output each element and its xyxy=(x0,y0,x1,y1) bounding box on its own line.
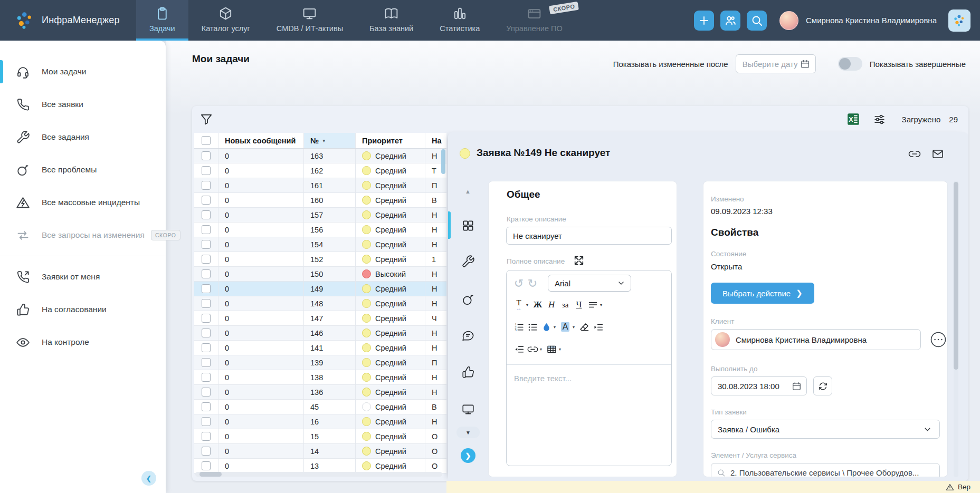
clear-format-button[interactable] xyxy=(577,319,591,335)
due-date-input[interactable]: 30.08.2023 18:00 xyxy=(711,376,807,395)
row-checkbox[interactable] xyxy=(202,432,211,441)
row-checkbox[interactable] xyxy=(202,461,211,470)
caret-icon[interactable]: ▾ xyxy=(559,347,561,352)
app-switcher-button[interactable] xyxy=(948,9,971,32)
table-row[interactable]: 0136СреднийН xyxy=(194,385,446,400)
sidebar-item-3[interactable]: Все задания xyxy=(0,121,166,153)
table-row[interactable]: 045СреднийВ xyxy=(194,400,446,414)
nav-item-5[interactable]: Статистика xyxy=(426,0,493,41)
short-desc-input[interactable]: Не сканирует xyxy=(506,227,672,245)
undo-button[interactable]: ↺ xyxy=(512,275,526,291)
font-family-select[interactable]: Arial xyxy=(548,275,631,292)
row-checkbox[interactable] xyxy=(202,225,211,234)
scrollbar-thumb[interactable] xyxy=(954,182,958,370)
caret-icon[interactable]: ▾ xyxy=(573,325,575,330)
tabs-scroll-down-button[interactable]: ▼ xyxy=(456,427,480,438)
table-row[interactable]: 0148СреднийН xyxy=(194,296,446,311)
table-row[interactable]: 015СреднийО xyxy=(194,429,446,444)
indent-button[interactable] xyxy=(591,319,605,335)
align-button[interactable] xyxy=(586,297,600,313)
request-type-select[interactable]: Заявка / Ошибка xyxy=(711,420,940,439)
table-row[interactable]: 0163СреднийН xyxy=(194,149,446,163)
user-avatar[interactable] xyxy=(779,11,798,30)
outdent-button[interactable] xyxy=(512,341,526,357)
row-checkbox[interactable] xyxy=(202,314,211,323)
scrollbar-thumb[interactable] xyxy=(199,472,222,477)
table-row[interactable]: 0149СреднийН xyxy=(194,282,446,296)
tab-approvals[interactable] xyxy=(461,365,475,379)
nav-item-6[interactable]: Управление ПОСКОРО xyxy=(493,0,575,41)
table-row[interactable]: 0156СреднийН xyxy=(194,223,446,237)
select-all-checkbox[interactable] xyxy=(202,136,211,145)
table-row[interactable]: 0162СреднийТ xyxy=(194,163,446,178)
client-more-button[interactable] xyxy=(929,331,947,349)
table-row[interactable]: 014СреднийО xyxy=(194,444,446,459)
row-checkbox[interactable] xyxy=(202,373,211,382)
table-row[interactable]: 0147СреднийЧ xyxy=(194,311,446,326)
client-field[interactable]: Смирнова Кристина Владимировна xyxy=(711,329,921,350)
app-logo[interactable]: ИнфраМенеджер xyxy=(0,11,136,31)
filter-funnel-button[interactable] xyxy=(199,111,215,127)
insert-table-button[interactable] xyxy=(545,341,558,357)
caret-icon[interactable]: ▾ xyxy=(526,303,528,307)
sidebar-item-8[interactable]: На согласовании xyxy=(0,293,166,326)
tab-assets[interactable] xyxy=(461,402,475,416)
nav-item-4[interactable]: База знаний xyxy=(356,0,426,41)
search-button[interactable] xyxy=(747,11,767,31)
column-header-number[interactable]: №▾ xyxy=(304,133,356,148)
show-completed-toggle[interactable] xyxy=(838,57,862,71)
tab-general[interactable] xyxy=(461,219,475,233)
table-row[interactable]: 0154СреднийН xyxy=(194,237,446,252)
caret-icon[interactable]: ▾ xyxy=(600,303,602,307)
tab-comments[interactable] xyxy=(461,328,475,342)
editor-placeholder[interactable]: Введите текст... xyxy=(514,374,572,383)
row-checkbox[interactable] xyxy=(202,447,211,456)
caret-icon[interactable]: ▾ xyxy=(540,347,542,352)
recalc-due-button[interactable] xyxy=(813,376,832,395)
row-checkbox[interactable] xyxy=(202,284,211,293)
table-row[interactable]: 013СреднийО xyxy=(194,459,446,473)
caret-icon[interactable]: ▾ xyxy=(554,325,556,330)
row-checkbox[interactable] xyxy=(202,299,211,308)
nav-item-1[interactable]: Задачи xyxy=(136,0,188,41)
table-row[interactable]: 0152Средний1 xyxy=(194,252,446,267)
sidebar-item-6[interactable]: Все запросы на измененияСКОРО xyxy=(0,219,166,252)
nav-item-2[interactable]: Каталог услуг xyxy=(188,0,263,41)
table-horizontal-scrollbar[interactable] xyxy=(195,472,442,477)
sidebar-collapse-button[interactable]: ❮ xyxy=(141,471,156,486)
table-row[interactable]: 0150ВысокийН xyxy=(194,267,446,282)
row-checkbox[interactable] xyxy=(202,166,211,175)
service-element-input[interactable]: 2. Пользовательские сервисы \ Прочее Обо… xyxy=(711,463,940,477)
italic-button[interactable]: Н xyxy=(545,297,558,313)
column-header-messages[interactable]: Новых сообщений xyxy=(218,133,304,148)
send-email-button[interactable] xyxy=(931,147,945,161)
panel-scrollbar[interactable] xyxy=(954,181,958,477)
table-row[interactable]: 0138СреднийН xyxy=(194,370,446,385)
table-row[interactable]: 0160СреднийВ xyxy=(194,193,446,208)
tab-problems[interactable] xyxy=(461,293,475,306)
text-transform-button[interactable]: Т↔ xyxy=(512,297,526,313)
text-color-button[interactable] xyxy=(539,319,553,335)
tab-tasks[interactable] xyxy=(461,255,475,268)
sidebar-item-4[interactable]: Все проблемы xyxy=(0,153,166,186)
row-checkbox[interactable] xyxy=(202,181,211,190)
create-button[interactable] xyxy=(694,11,714,31)
sidebar-item-2[interactable]: Все заявки xyxy=(0,88,166,121)
sidebar-item-7[interactable]: Заявки от меня xyxy=(0,260,166,293)
highlight-button[interactable]: A xyxy=(558,319,572,335)
row-checkbox[interactable] xyxy=(202,343,211,352)
table-row[interactable]: 0141СреднийН xyxy=(194,341,446,355)
tabs-scroll-up-button[interactable]: ▲ xyxy=(465,188,471,195)
row-checkbox[interactable] xyxy=(202,255,211,264)
underline-button[interactable]: Ч xyxy=(572,297,586,313)
row-checkbox[interactable] xyxy=(202,358,211,367)
row-checkbox[interactable] xyxy=(202,417,211,426)
bullet-list-button[interactable] xyxy=(526,319,539,335)
row-checkbox[interactable] xyxy=(202,151,211,160)
bold-button[interactable]: Ж xyxy=(531,297,545,313)
expand-editor-button[interactable] xyxy=(573,254,586,267)
row-checkbox[interactable] xyxy=(202,402,211,411)
rich-text-editor[interactable]: ↺ ↻ Arial Т↔▾ Ж Н за Ч xyxy=(506,270,672,466)
row-checkbox[interactable] xyxy=(202,388,211,397)
ordered-list-button[interactable]: 123 xyxy=(512,319,526,335)
